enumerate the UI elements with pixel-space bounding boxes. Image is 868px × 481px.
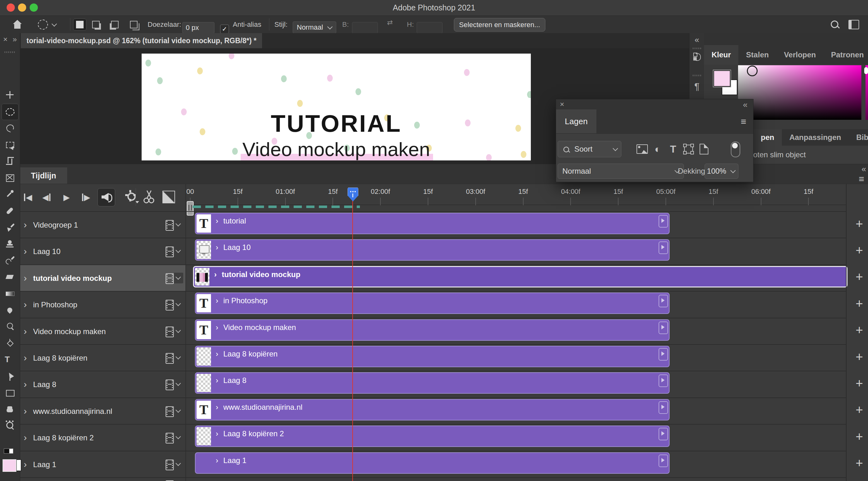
tab-aanpassingen[interactable]: Aanpassingen xyxy=(782,129,849,146)
tool-preset-button[interactable] xyxy=(38,16,56,33)
filmstrip-icon[interactable] xyxy=(165,380,174,390)
add-media-button[interactable]: + xyxy=(851,241,868,260)
history-tool[interactable] xyxy=(0,252,20,268)
clip-end-arrow-button[interactable] xyxy=(658,215,668,228)
filmstrip-icon[interactable] xyxy=(165,247,174,257)
expand-track-chevron[interactable]: › xyxy=(24,299,27,310)
selection-mode-intersect[interactable] xyxy=(130,16,137,33)
track-options-chevron[interactable] xyxy=(176,381,181,386)
crop-tool[interactable] xyxy=(0,153,20,169)
selection-mode-add[interactable] xyxy=(92,16,100,33)
clip-end-arrow-button[interactable] xyxy=(658,375,668,387)
track-options-chevron[interactable] xyxy=(176,434,181,439)
search-button[interactable] xyxy=(830,16,840,33)
track-options-chevron[interactable] xyxy=(176,221,181,227)
rect-tool[interactable] xyxy=(0,385,20,401)
add-media-button[interactable]: + xyxy=(851,400,868,420)
pathsel-tool[interactable] xyxy=(0,368,20,385)
workspace-button[interactable] xyxy=(848,16,859,33)
feather-input[interactable]: 0 px xyxy=(182,22,215,33)
expand-track-chevron[interactable]: › xyxy=(24,406,27,416)
document-tab[interactable]: torial-video-mockup.psd @ 162% (tutorial… xyxy=(21,33,262,48)
filter-toggle-switch[interactable] xyxy=(731,141,740,157)
marquee-tool[interactable] xyxy=(0,103,20,120)
clip-end-arrow-button[interactable] xyxy=(658,295,668,307)
filmstrip-icon[interactable] xyxy=(165,459,174,470)
track-options-chevron[interactable] xyxy=(176,327,181,333)
expand-track-chevron[interactable]: › xyxy=(24,272,27,283)
width-input[interactable] xyxy=(352,22,378,33)
timeline-clip[interactable]: T›www.studioannajirina.nl xyxy=(195,399,670,420)
panel-menu-icon[interactable]: ≡ xyxy=(859,174,864,184)
timeline-ruler[interactable]: 0015f01:00f15f02:00f15f03:00f15f04:00f15… xyxy=(20,184,846,212)
clip-chevron[interactable]: › xyxy=(216,296,218,305)
opacity-value[interactable]: 100% xyxy=(705,164,728,179)
expand-track-chevron[interactable]: › xyxy=(24,379,27,390)
timeline-clip[interactable]: ›Laag 1 xyxy=(195,452,670,474)
collapse-panel-button[interactable]: « xyxy=(862,164,866,174)
panel-grip[interactable] xyxy=(693,47,702,49)
track-column-divider[interactable] xyxy=(185,184,186,481)
add-media-button[interactable]: + xyxy=(851,267,868,287)
close-panel-button[interactable]: × xyxy=(560,100,564,109)
shape-layer-filter-button[interactable] xyxy=(682,142,695,156)
select-and-mask-button[interactable]: Selecteren en maskeren... xyxy=(454,18,545,32)
selection-mode-new[interactable] xyxy=(73,19,86,31)
edit-toolbar-button[interactable] xyxy=(0,413,20,429)
tab-pen[interactable]: pen xyxy=(753,129,782,146)
timeline-clip[interactable]: ›tutorial video mockup xyxy=(193,266,847,287)
default-colors-button[interactable] xyxy=(0,449,20,458)
close-panel-button[interactable]: × xyxy=(3,35,7,44)
color-picker-cursor[interactable] xyxy=(747,66,757,76)
collapse-dock-button[interactable]: « xyxy=(689,35,704,45)
clip-chevron[interactable]: › xyxy=(216,243,218,252)
selection-mode-subtract[interactable] xyxy=(111,16,119,33)
expand-track-chevron[interactable]: › xyxy=(24,326,27,336)
history-panel-icon[interactable] xyxy=(693,53,701,62)
track-options-chevron[interactable] xyxy=(176,460,181,466)
track-header[interactable]: ›Laag 8 kopiëren xyxy=(20,345,185,371)
objsel-tool[interactable] xyxy=(0,136,20,153)
panel-grip[interactable] xyxy=(4,52,15,53)
eyedrop-tool[interactable] xyxy=(0,186,20,202)
clip-end-arrow-button[interactable] xyxy=(658,321,668,334)
add-media-button[interactable]: + xyxy=(851,347,868,366)
filmstrip-icon[interactable] xyxy=(165,406,174,417)
tab-verlopen[interactable]: Verlopen xyxy=(776,45,823,65)
collapse-panel-button[interactable]: « xyxy=(743,100,747,110)
type-layer-filter-button[interactable]: T xyxy=(666,142,680,156)
home-button[interactable] xyxy=(12,16,23,33)
expand-track-chevron[interactable]: › xyxy=(24,459,27,470)
tab-bibliotheken[interactable]: Bibliotheken xyxy=(849,129,868,146)
clip-chevron[interactable]: › xyxy=(216,429,218,438)
filmstrip-icon[interactable] xyxy=(165,353,174,364)
add-media-button[interactable]: + xyxy=(851,374,868,393)
timeline-clip[interactable]: ›Laag 8 xyxy=(195,372,670,394)
pen-tool[interactable] xyxy=(0,335,20,351)
clip-chevron[interactable]: › xyxy=(216,376,218,385)
track-header[interactable]: ›Laag 1 xyxy=(20,451,185,477)
style-dropdown[interactable]: Normaal xyxy=(293,22,336,33)
track-header[interactable]: ›Laag 10 xyxy=(20,238,185,264)
expand-track-chevron[interactable]: › xyxy=(24,352,27,363)
filmstrip-icon[interactable] xyxy=(165,300,174,311)
eraser-tool[interactable] xyxy=(0,269,20,285)
filmstrip-icon[interactable] xyxy=(165,433,174,444)
type-tool[interactable]: T xyxy=(0,351,20,368)
track-header[interactable]: ›Video mockup maken xyxy=(20,318,185,344)
timeline-clip[interactable]: T›in Photoshop xyxy=(195,292,670,314)
clip-chevron[interactable]: › xyxy=(216,350,218,358)
stamp-tool[interactable] xyxy=(0,236,20,252)
work-area-start-handle[interactable] xyxy=(187,201,194,216)
track-header-partial[interactable]: › xyxy=(20,478,185,481)
timeline-clip[interactable]: ›Laag 10 xyxy=(195,239,670,261)
timeline-clip[interactable]: T›Video mockup maken xyxy=(195,319,670,341)
opacity-dropdown-button[interactable] xyxy=(728,164,738,179)
clip-end-arrow-button[interactable] xyxy=(658,348,668,361)
filmstrip-icon[interactable] xyxy=(165,273,174,284)
tab-stalen[interactable]: Stalen xyxy=(738,45,776,65)
clip-chevron[interactable]: › xyxy=(214,270,217,279)
track-options-chevron[interactable] xyxy=(176,301,181,307)
timeline-clip[interactable]: T›tutorial xyxy=(195,213,670,234)
track-header[interactable]: ›Videogroep 1 xyxy=(20,212,185,238)
